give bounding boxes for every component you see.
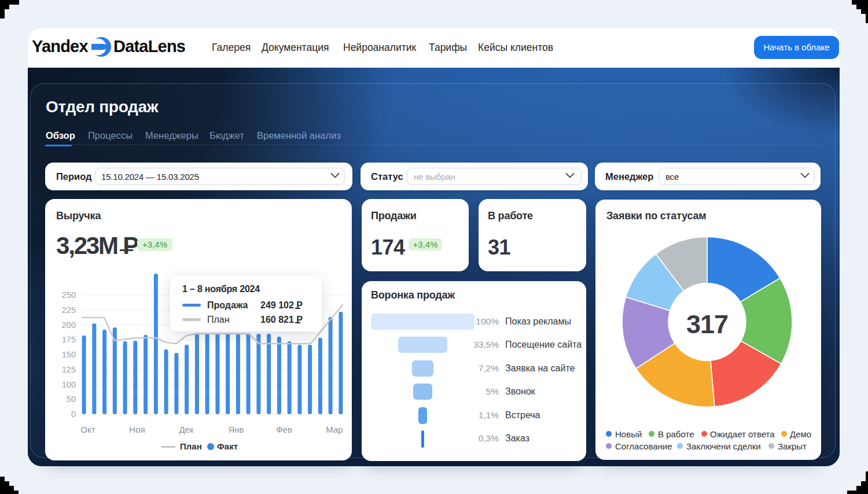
svg-text:200: 200 xyxy=(62,320,76,330)
svg-text:0: 0 xyxy=(71,410,76,419)
svg-text:Ноя: Ноя xyxy=(129,425,145,434)
svg-text:Фев: Фев xyxy=(276,425,292,434)
svg-text:50: 50 xyxy=(67,395,76,404)
svg-text:Дек: Дек xyxy=(179,425,194,434)
svg-text:Окт: Окт xyxy=(80,425,95,434)
svg-text:225: 225 xyxy=(62,305,76,315)
svg-text:Янв: Янв xyxy=(228,425,244,434)
svg-text:125: 125 xyxy=(62,365,76,374)
svg-text:Мар: Мар xyxy=(326,425,343,434)
svg-text:100: 100 xyxy=(62,380,76,389)
svg-text:150: 150 xyxy=(62,350,76,359)
svg-text:175: 175 xyxy=(62,335,76,344)
svg-text:250: 250 xyxy=(62,290,76,300)
